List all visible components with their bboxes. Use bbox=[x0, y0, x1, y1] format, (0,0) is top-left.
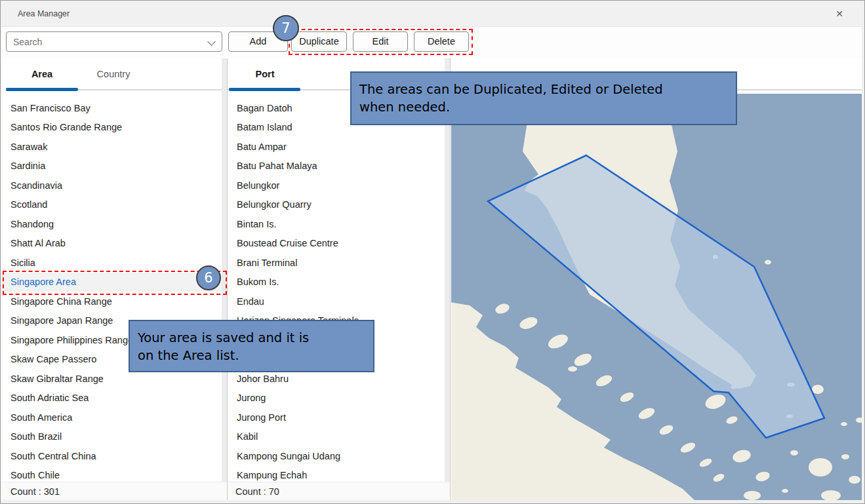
area-manager-window: Area Manager ✕ Add Duplicate Edit Delete… bbox=[0, 0, 865, 504]
step-6-badge: 6 bbox=[196, 265, 221, 290]
area-count-bar: Count : 301 bbox=[1, 482, 227, 500]
tab-port[interactable]: Port bbox=[229, 60, 301, 88]
list-item[interactable]: Shandong bbox=[1, 214, 222, 234]
list-item[interactable]: Jurong bbox=[228, 389, 445, 408]
list-item[interactable]: South Adriatic Sea bbox=[1, 389, 222, 408]
search-input[interactable] bbox=[6, 31, 222, 52]
tooltip-line: The areas can be Duplicated, Edited or D… bbox=[359, 81, 728, 98]
delete-button[interactable]: Delete bbox=[414, 31, 469, 52]
list-item[interactable]: Singapore China Range bbox=[1, 292, 222, 311]
list-item[interactable]: Jurong Port bbox=[228, 408, 445, 427]
list-item[interactable]: South Brazil bbox=[1, 427, 222, 447]
list-item[interactable]: Kabil bbox=[228, 427, 445, 447]
edit-button[interactable]: Edit bbox=[353, 31, 408, 52]
list-item[interactable]: Sardinia bbox=[1, 157, 222, 176]
list-item[interactable]: Kampung Echah bbox=[228, 466, 445, 482]
tab-country[interactable]: Country bbox=[78, 60, 149, 88]
list-item[interactable]: Bukom Is. bbox=[228, 273, 445, 292]
list-item[interactable]: South Central China bbox=[1, 446, 222, 466]
list-item[interactable]: Singapore Area bbox=[1, 273, 222, 292]
list-item[interactable]: San Francisco Bay bbox=[1, 98, 222, 118]
list-item[interactable]: Endau bbox=[228, 292, 445, 311]
list-item[interactable]: Brani Terminal bbox=[228, 253, 445, 273]
tooltip-line: on the Area list. bbox=[138, 347, 365, 364]
tooltip-line: when needed. bbox=[359, 98, 728, 116]
port-count: Count : 70 bbox=[235, 486, 279, 497]
port-count-bar: Count : 70 bbox=[228, 482, 450, 500]
list-item[interactable]: Batu Pahat Malaya bbox=[228, 157, 445, 176]
list-item[interactable]: Santos Rio Grande Range bbox=[1, 118, 222, 138]
area-list-scrollbar[interactable] bbox=[222, 58, 227, 500]
port-list: Bagan DatohBatam IslandBatu AmparBatu Pa… bbox=[228, 92, 445, 482]
tooltip-area-saved: Your area is saved and it is on the Area… bbox=[129, 320, 374, 372]
list-item[interactable]: Shatt Al Arab bbox=[1, 234, 222, 254]
step-7-badge: 7 bbox=[273, 15, 299, 41]
list-item[interactable]: Kampong Sungai Udang bbox=[228, 446, 445, 466]
area-list: San Francisco BaySantos Rio Grande Range… bbox=[1, 92, 222, 482]
tab-area[interactable]: Area bbox=[6, 60, 78, 88]
list-item[interactable]: Belungkor bbox=[228, 176, 445, 195]
list-item[interactable]: Batu Ampar bbox=[228, 137, 445, 157]
tab-port-active-indicator bbox=[229, 88, 300, 91]
tooltip-line: Your area is saved and it is bbox=[138, 329, 365, 347]
tooltip-duplicate-info: The areas can be Duplicated, Edited or D… bbox=[350, 71, 737, 125]
tab-area-active-indicator bbox=[6, 88, 78, 91]
list-item[interactable]: Scandinavia bbox=[1, 176, 222, 195]
list-item[interactable]: Sarawak bbox=[1, 137, 222, 157]
list-item[interactable]: Bintan Is. bbox=[228, 214, 445, 234]
map-view[interactable] bbox=[451, 94, 862, 500]
list-item[interactable]: South America bbox=[1, 408, 222, 427]
list-item[interactable]: Scotland bbox=[1, 195, 222, 215]
map-canvas bbox=[451, 94, 862, 500]
duplicate-button[interactable]: Duplicate bbox=[291, 31, 347, 52]
window-title: Area Manager bbox=[18, 1, 70, 27]
list-item[interactable]: Boustead Cruise Centre bbox=[228, 234, 445, 254]
list-item[interactable]: Belungkor Quarry bbox=[228, 195, 445, 215]
list-item[interactable]: Sicilia bbox=[1, 253, 222, 273]
area-count: Count : 301 bbox=[10, 486, 60, 497]
window-titlebar: Area Manager ✕ bbox=[1, 1, 862, 27]
close-icon[interactable]: ✕ bbox=[829, 5, 850, 22]
list-item[interactable]: South Chile bbox=[1, 466, 222, 482]
